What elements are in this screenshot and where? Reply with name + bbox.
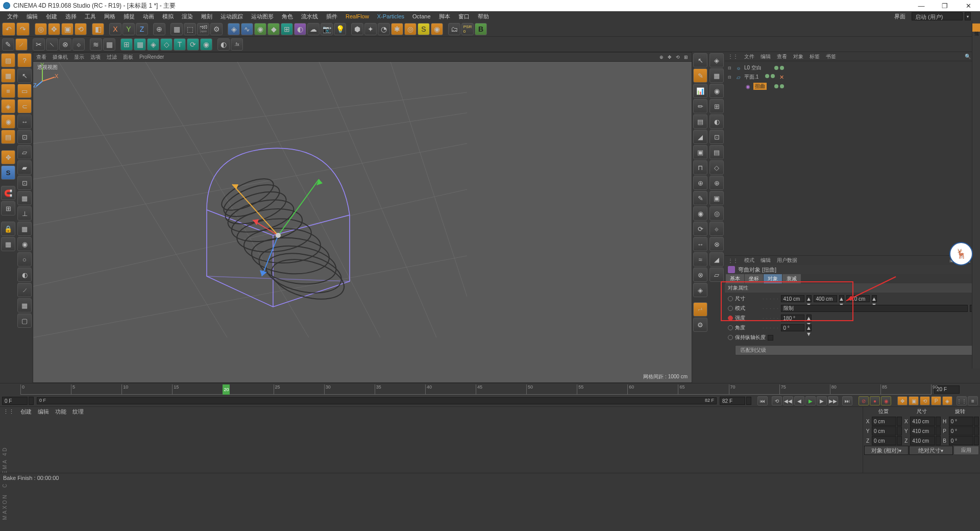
- outline-select-button[interactable]: ▢: [17, 313, 32, 328]
- rt-poly-pen-icon[interactable]: ✎: [693, 191, 707, 205]
- rt-inset-icon[interactable]: ▣: [693, 145, 707, 159]
- am-grip-icon[interactable]: ⋮⋮: [728, 258, 738, 263]
- rt-stitch-icon[interactable]: ≈: [693, 252, 707, 267]
- tab-coord[interactable]: 坐标: [745, 274, 763, 283]
- tl-goto-start-button[interactable]: ⏮: [757, 396, 768, 405]
- tl-keysel-button[interactable]: ◉: [881, 396, 891, 405]
- array-button[interactable]: ⊞: [281, 23, 293, 35]
- lasso-button[interactable]: ⊂: [17, 99, 32, 113]
- rt-extrude-icon[interactable]: ▤: [693, 114, 707, 129]
- tracer-button[interactable]: ⟳: [187, 38, 199, 51]
- mm-menu-create[interactable]: 创建: [20, 408, 32, 416]
- pos-field[interactable]: 0 cm: [872, 436, 896, 445]
- size-spinner[interactable]: [936, 436, 941, 445]
- object-name[interactable]: 扭曲: [753, 83, 767, 90]
- expand-icon[interactable]: ⊟: [728, 66, 733, 70]
- visibility-dot-render[interactable]: [771, 74, 775, 78]
- deformer-button[interactable]: ◐: [294, 23, 306, 35]
- tl-prev-frame-button[interactable]: ◀: [794, 396, 804, 405]
- timeline-ruler[interactable]: 05101520253035404550556065707580859020: [20, 384, 931, 395]
- angle-field[interactable]: 0 °: [781, 324, 804, 331]
- render-view-button[interactable]: ▦: [170, 23, 183, 35]
- vp-menu-view[interactable]: 查看: [36, 54, 46, 61]
- text-button[interactable]: T: [174, 38, 186, 51]
- menu-script[interactable]: 脚本: [435, 13, 454, 20]
- loop-select-button[interactable]: ◐: [17, 268, 32, 282]
- rt-axis-icon[interactable]: ⌐¹: [693, 302, 707, 317]
- size-x-spinner[interactable]: ▲▼: [806, 295, 812, 302]
- rt-brush-icon[interactable]: ✏: [693, 99, 707, 113]
- menu-mesh[interactable]: 网格: [100, 13, 119, 20]
- pos-spinner[interactable]: [897, 436, 902, 445]
- strength-field[interactable]: 180 °: [781, 315, 804, 322]
- primitive-button[interactable]: ◈: [228, 23, 240, 35]
- coord-size-dropdown[interactable]: 绝对尺寸 ▾: [909, 446, 953, 455]
- om-menu-objects[interactable]: 对象: [793, 53, 803, 60]
- rt-iron-icon[interactable]: ⟳: [693, 222, 707, 236]
- visibility-dot-editor[interactable]: [765, 74, 769, 78]
- content-browser-button[interactable]: 🗂: [448, 23, 460, 35]
- keep-anim-icon[interactable]: [728, 335, 733, 340]
- lock-button[interactable]: 🔒: [1, 222, 15, 236]
- side-tab-attributes[interactable]: 属性: [972, 23, 980, 32]
- tag-icon[interactable]: ✕: [779, 74, 784, 81]
- minimize-button[interactable]: —: [910, 0, 933, 11]
- object-name[interactable]: L0 空白: [744, 64, 762, 71]
- tl-loop-button[interactable]: ⟲: [772, 396, 782, 405]
- pos-spinner[interactable]: [897, 417, 902, 426]
- viewport-3d[interactable]: 透视视图: [33, 62, 692, 382]
- live-select-button[interactable]: ◎: [35, 23, 47, 35]
- knife-path-button[interactable]: ⟐: [72, 38, 85, 51]
- axis-y-button[interactable]: Y: [122, 23, 135, 35]
- xp-modifier-button[interactable]: ✱: [391, 23, 403, 35]
- rt-bevel-icon[interactable]: ◢: [693, 130, 707, 144]
- tl-key-param-button[interactable]: P: [931, 396, 941, 405]
- edge-mode-button[interactable]: ▱: [17, 145, 32, 159]
- menu-character[interactable]: 角色: [278, 13, 297, 20]
- tab-object[interactable]: 对象: [764, 274, 782, 283]
- s-mode-button[interactable]: S: [1, 165, 15, 180]
- rot-spinner[interactable]: [974, 436, 979, 445]
- object-name[interactable]: 平面.1: [744, 74, 758, 81]
- tl-key-pla-button[interactable]: ◈: [942, 396, 952, 405]
- vp-menu-panel[interactable]: 面板: [123, 54, 133, 61]
- help-button[interactable]: ?: [17, 53, 32, 67]
- size-anim-icon[interactable]: [728, 296, 733, 301]
- knife-button[interactable]: ✂: [33, 38, 45, 51]
- vp-nav-1-icon[interactable]: ⊕: [658, 54, 665, 61]
- fit-to-parent-button[interactable]: 匹配到父级: [735, 345, 977, 355]
- vp-nav-4-icon[interactable]: ⊞: [682, 54, 690, 61]
- knife-line-button[interactable]: ⟍: [46, 38, 58, 51]
- rt-gear-icon[interactable]: ⚙: [693, 318, 707, 332]
- cloner-button[interactable]: ⊞: [120, 38, 133, 51]
- render-settings-button[interactable]: ⚙: [210, 23, 223, 35]
- tl-end-spinner[interactable]: [746, 397, 751, 405]
- subdiv-button[interactable]: ◆: [267, 23, 280, 35]
- psr-button[interactable]: PSR0: [461, 23, 474, 35]
- tl-range-slider[interactable]: 0 F 82 F: [37, 397, 717, 404]
- fill-select-button[interactable]: ▦: [17, 298, 32, 312]
- rot-spinner[interactable]: [974, 426, 979, 436]
- size-field[interactable]: 410 cm: [910, 426, 935, 436]
- rt2-4-icon[interactable]: ⊞: [709, 99, 724, 113]
- model-mode-button[interactable]: ◈: [1, 99, 15, 113]
- tree-row[interactable]: ◉ 扭曲: [727, 82, 978, 91]
- rt-spin-icon[interactable]: ⊗: [693, 268, 707, 282]
- fracture-button[interactable]: ◈: [147, 38, 159, 51]
- soft-select-button[interactable]: ◉: [17, 237, 32, 251]
- om-menu-view[interactable]: 查看: [777, 53, 787, 60]
- am-menu-mode[interactable]: 模式: [744, 257, 754, 264]
- size-z-field[interactable]: 410 cm: [846, 295, 870, 302]
- angle-anim-icon[interactable]: [728, 325, 733, 330]
- size-field[interactable]: 410 cm: [910, 417, 935, 426]
- menu-select[interactable]: 选择: [61, 13, 81, 20]
- rt2-14-icon[interactable]: ◢: [709, 252, 724, 267]
- tree-row[interactable]: ⊟ ⌾ L0 空白: [727, 63, 978, 73]
- visibility-dot-editor[interactable]: [774, 66, 778, 70]
- am-menu-userdata[interactable]: 用户数据: [777, 257, 797, 264]
- coord-apply-button[interactable]: 应用: [953, 446, 979, 455]
- tab-basic[interactable]: 基本: [726, 274, 744, 283]
- workplane-button[interactable]: ⊞: [1, 201, 15, 215]
- make-editable-button[interactable]: ▨: [1, 53, 15, 67]
- om-menu-tags[interactable]: 标签: [810, 53, 820, 60]
